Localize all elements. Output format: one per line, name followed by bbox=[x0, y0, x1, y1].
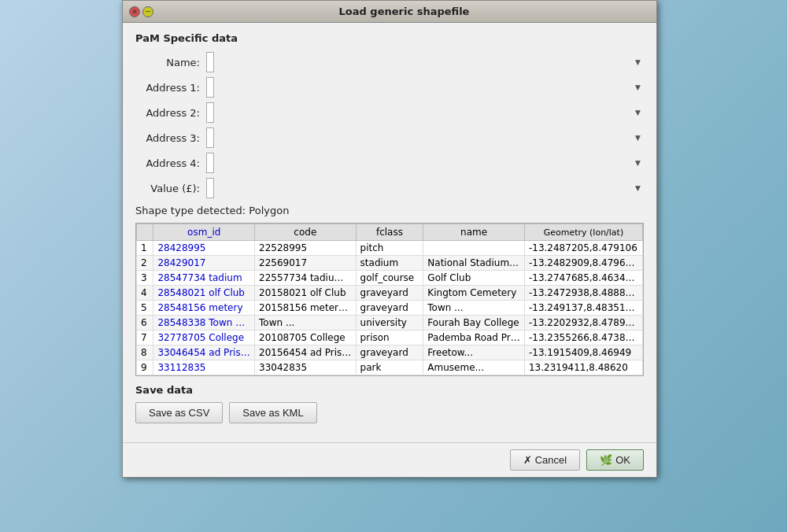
address1-row: Address 1: bbox=[135, 77, 644, 98]
close-button[interactable]: ✕ bbox=[129, 6, 140, 17]
table-cell: graveyard bbox=[356, 301, 423, 316]
table-cell: 28548156 metery bbox=[153, 301, 255, 316]
table-cell: Fourah Bay College bbox=[423, 316, 525, 331]
shape-type-text: Shape type detected: Polygon bbox=[135, 205, 644, 216]
table-cell: Freetow... bbox=[423, 345, 525, 360]
table-cell: 9 bbox=[137, 360, 153, 375]
col-header-num bbox=[137, 224, 153, 241]
address1-select[interactable] bbox=[206, 77, 214, 98]
table-row: 732778705 College20108705 CollegeprisonP… bbox=[137, 331, 643, 345]
table-cell: 28548021 olf Club bbox=[153, 286, 255, 301]
table-row: 628548338 Town CemeteryTown ...universit… bbox=[137, 316, 643, 331]
save-csv-button[interactable]: Save as CSV bbox=[135, 402, 223, 423]
table-cell: 20158156 metery... bbox=[255, 301, 357, 316]
table-cell: 33046454 ad Prison bbox=[153, 345, 255, 360]
table-cell: -13.2472938,8.488815 -13.2472708,8.48859 bbox=[524, 286, 642, 301]
table-row: 93311283533042835parkAmuseme...13.231941… bbox=[137, 360, 643, 375]
pam-section-title: PaM Specific data bbox=[135, 32, 644, 44]
table-cell: Town ... bbox=[255, 316, 357, 331]
table-cell: -13.2355266,8.47383 -13.1915288,8.469845 bbox=[524, 331, 642, 345]
table-cell: 13.2319411,8.48620 bbox=[524, 360, 642, 375]
table-cell: -13.2487205,8.479106 bbox=[524, 241, 642, 256]
table-cell: golf_course bbox=[356, 271, 423, 286]
name-label: Name: bbox=[135, 57, 206, 68]
address4-select[interactable] bbox=[206, 153, 214, 173]
cancel-icon: ✗ bbox=[523, 454, 532, 466]
table-cell bbox=[423, 241, 525, 256]
address2-select-wrapper bbox=[206, 102, 644, 123]
table-cell: stadium bbox=[356, 256, 423, 271]
table-cell: -13.249137,8.4835159 -13.2493016,8.48352 bbox=[524, 301, 642, 316]
table-cell: 20108705 College bbox=[255, 331, 357, 345]
address1-select-wrapper bbox=[206, 77, 644, 98]
value-select[interactable] bbox=[206, 178, 214, 198]
value-select-wrapper bbox=[206, 178, 644, 198]
table-cell: 28547734 tadium bbox=[153, 271, 255, 286]
title-bar: ✕ ─ Load generic shapefile bbox=[123, 1, 656, 23]
address4-label: Address 4: bbox=[135, 157, 206, 169]
table-row: 22842901722569017stadiumNational Stadium… bbox=[137, 256, 643, 271]
window-controls: ✕ ─ bbox=[129, 6, 153, 17]
table-cell: Golf Club bbox=[423, 271, 525, 286]
save-section-title: Save data bbox=[135, 384, 644, 396]
table-cell: 2 bbox=[137, 256, 153, 271]
save-kml-button[interactable]: Save as KML bbox=[229, 402, 316, 423]
table-cell: -13.2482909,8.479602 -13.248883.8.47948 bbox=[524, 256, 642, 271]
col-header-geo: Geometry (lon/lat) bbox=[524, 224, 642, 241]
table-cell: 33112835 bbox=[153, 360, 255, 375]
cancel-button[interactable]: ✗ Cancel bbox=[510, 449, 580, 471]
table-cell: graveyard bbox=[356, 345, 423, 360]
col-header-code: code bbox=[255, 224, 357, 241]
address4-row: Address 4: bbox=[135, 153, 644, 173]
load-shapefile-dialog: ✕ ─ Load generic shapefile PaM Specific … bbox=[122, 0, 657, 478]
table-cell: 28428995 bbox=[153, 241, 255, 256]
value-row: Value (£): bbox=[135, 178, 644, 198]
table-row: 833046454 ad Prison20156454 ad Prisongra… bbox=[137, 345, 643, 360]
address2-select[interactable] bbox=[206, 102, 214, 123]
table-cell: 22528995 bbox=[255, 241, 357, 256]
table-cell: 3 bbox=[137, 271, 153, 286]
table-cell: 1 bbox=[137, 241, 153, 256]
table-cell: -13.1915409,8.46949 bbox=[524, 345, 642, 360]
table-cell: 28548338 Town Cemetery bbox=[153, 316, 255, 331]
ok-button[interactable]: 🌿 OK bbox=[586, 449, 644, 471]
table-row: 328547734 tadium22557734 tadium 20158021… bbox=[137, 271, 643, 286]
address3-row: Address 3: bbox=[135, 127, 644, 148]
ok-label: OK bbox=[615, 454, 630, 466]
value-label: Value (£): bbox=[135, 183, 206, 194]
table-cell: 22557734 tadium 20158021 olr bbox=[255, 271, 357, 286]
table-row: 12842899522528995pitch-13.2487205,8.4791… bbox=[137, 241, 643, 256]
col-header-name: name bbox=[423, 224, 525, 241]
table-cell: 20158021 olf Club bbox=[255, 286, 357, 301]
dialog-overlay: ✕ ─ Load generic shapefile PaM Specific … bbox=[0, 0, 787, 532]
table-cell: Pademba Road Prison bbox=[423, 331, 525, 345]
table-cell: 4 bbox=[137, 286, 153, 301]
address3-select-wrapper bbox=[206, 127, 644, 148]
table-cell: National Stadium Freetown bbox=[423, 256, 525, 271]
table-cell: 32778705 College bbox=[153, 331, 255, 345]
address4-select-wrapper bbox=[206, 153, 644, 173]
table-cell: 28429017 bbox=[153, 256, 255, 271]
table-cell: 33042835 bbox=[255, 360, 357, 375]
dialog-content: PaM Specific data Name: Address 1: Addre… bbox=[123, 23, 656, 442]
table-cell: graveyard bbox=[356, 286, 423, 301]
table-cell: 7 bbox=[137, 331, 153, 345]
table-cell: pitch bbox=[356, 241, 423, 256]
name-select[interactable] bbox=[206, 52, 214, 72]
table-cell: prison bbox=[356, 331, 423, 345]
table-row: 428548021 olf Club20158021 olf Clubgrave… bbox=[137, 286, 643, 301]
table-cell: Amuseme... bbox=[423, 360, 525, 375]
table-cell: Kingtom Cemetery bbox=[423, 286, 525, 301]
table-cell: 22569017 bbox=[255, 256, 357, 271]
address3-label: Address 3: bbox=[135, 132, 206, 144]
address3-select[interactable] bbox=[206, 127, 214, 148]
name-row: Name: bbox=[135, 52, 644, 72]
bottom-button-bar: ✗ Cancel 🌿 OK bbox=[123, 442, 656, 477]
address2-label: Address 2: bbox=[135, 107, 206, 119]
table-scroll[interactable]: osm_id code fclass name Geometry (lon/la… bbox=[136, 224, 643, 375]
table-row: 528548156 metery20158156 metery...gravey… bbox=[137, 301, 643, 316]
address2-row: Address 2: bbox=[135, 102, 644, 123]
cancel-label: Cancel bbox=[535, 454, 567, 466]
table-cell: -13.2747685,8.463481 -13.2746817 8.46326 bbox=[524, 271, 642, 286]
minimize-button[interactable]: ─ bbox=[142, 6, 153, 17]
